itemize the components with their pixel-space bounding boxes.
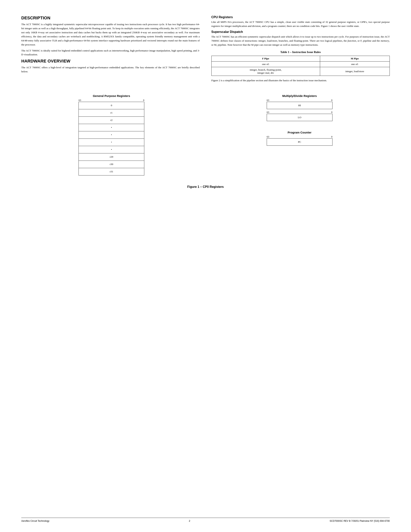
table-cell-mpipe-oneof: one of: [320,61,390,67]
program-counter-diagram: Program Counter 63 0 PC [267,131,332,146]
gpr-row-dot1: • [79,124,144,131]
md-title: Multiply/Divide Registers [267,94,332,97]
pc-bit-low: 0 [331,135,332,138]
instruction-issue-table: F Pipe M Pipe one of: one of: integer, b… [211,56,390,76]
table-row: • [79,124,144,131]
footer: Aeroflex Circuit Technology 2 SCD7000SC … [21,518,390,522]
table-header-mpipe: M Pipe [320,56,390,61]
superscalar-dispatch-title: Superscalar Dispatch [211,30,390,34]
lo-bit-low: 0 [331,111,332,114]
footer-right: SCD7000SC REV B 7/30/01 Plainview NY (51… [330,520,390,522]
gpr-row-r30: r30 [79,161,144,168]
table-row: r29 [79,153,144,161]
table-cell-fpipe-instructions: integer, branch, floating-point,integer … [211,67,320,76]
table-row: 0 [79,102,144,109]
table-row: integer, branch, floating-point,integer … [211,67,390,76]
table-row: • [79,146,144,153]
hi-bit-low: 0 [331,99,332,102]
multiply-divide-diagram: Multiply/Divide Registers 63 0 HI 63 0 L… [267,94,332,121]
gpr-bit-high: 63 [79,99,81,102]
gpr-diagram: General Purpose Registers 63 0 0 r1 r2 •… [79,94,144,175]
gpr-row-dot4: • [79,146,144,153]
gpr-row-r29: r29 [79,153,144,161]
diagram-section: General Purpose Registers 63 0 0 r1 r2 •… [21,94,390,175]
table-cell-fpipe-oneof: one of: [211,61,320,67]
right-diagrams: Multiply/Divide Registers 63 0 HI 63 0 L… [267,94,332,146]
hardware-overview-title: HARDWARE OVERVIEW [21,59,200,64]
lo-bit-high: 63 [267,111,269,114]
hardware-overview-para: The ACT 7000SC offers a high-level of in… [21,66,200,74]
pc-bit-high: 63 [267,135,269,138]
table-row: r1 [79,109,144,116]
table-row: r31 [79,168,144,175]
description-title: DESCRIPTION [21,16,200,20]
gpr-row-0: 0 [79,102,144,109]
gpr-bit-low: 0 [143,99,144,102]
figure-note: Figure 2 is a simplification of the pipe… [211,78,390,83]
table-row: r30 [79,161,144,168]
hi-bit-high: 63 [267,99,269,102]
lo-register: LO [267,114,332,121]
superscalar-dispatch-para: The ACT 7000SC has an efficient symmetri… [211,35,390,47]
pc-register: PC [267,138,332,146]
main-content: DESCRIPTION The ACT 7000SC is a highly i… [21,16,390,85]
description-para-2: The ACT 7000SC is ideally suited for hig… [21,49,200,57]
gpr-row-r2: r2 [79,116,144,124]
cpu-registers-title: CPU Registers [211,16,390,19]
gpr-table: 0 r1 r2 • • • • r29 r30 r31 [79,102,144,175]
gpr-row-r31: r31 [79,168,144,175]
right-column: CPU Registers Like all MIPS ISA processo… [211,16,390,85]
footer-center: 2 [189,519,190,522]
gpr-row-dot2: • [79,131,144,139]
gpr-row-dot3: • [79,139,144,146]
gpr-row-r1: r1 [79,109,144,116]
table-header-fpipe: F Pipe [211,56,320,61]
page: DESCRIPTION The ACT 7000SC is a highly i… [0,0,411,532]
description-para-1: The ACT 7000SC is a highly integrated sy… [21,22,200,47]
figure-caption: Figure 1 – CP0 Registers [21,185,390,189]
footer-left: Aeroflex Circuit Technology [21,520,49,522]
hi-bit-labels: 63 0 [267,99,332,102]
pc-title: Program Counter [267,131,332,134]
left-column: DESCRIPTION The ACT 7000SC is a highly i… [21,16,200,85]
cpu-registers-para: Like all MIPS ISA processors, the ACT 70… [211,20,390,28]
table-row: one of: one of: [211,61,390,67]
table-row: • [79,139,144,146]
table-row: • [79,131,144,139]
table-cell-mpipe-instructions: integer, load/store [320,67,390,76]
table-title: Table 1 – Instruction Issue Rules [211,50,390,54]
gpr-title: General Purpose Registers [93,94,130,97]
table-row: r2 [79,116,144,124]
pc-bit-labels: 63 0 [267,135,332,138]
hi-register: HI [267,102,332,109]
lo-bit-labels: 63 0 [267,111,332,114]
gpr-bit-labels: 63 0 [79,99,144,102]
